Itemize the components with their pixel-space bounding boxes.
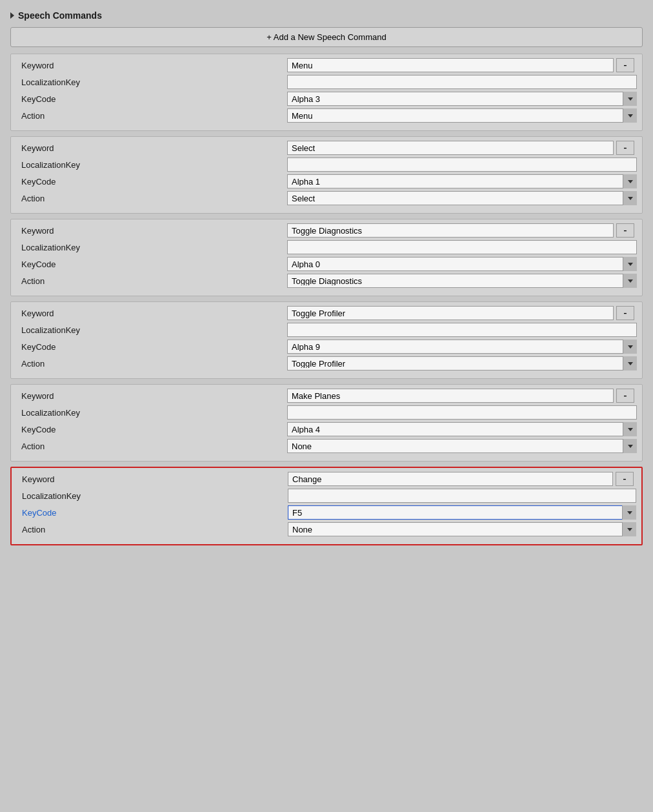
keyword-wrapper-4: -: [287, 306, 637, 320]
keycode-dropdown-container-5: Alpha 4: [287, 422, 637, 436]
action-dropdown-container-4: Toggle Profiler: [287, 356, 637, 370]
keycode-select-wrapper-4: Alpha 9: [287, 340, 637, 354]
action-row-4: ActionToggle Profiler: [16, 356, 637, 370]
action-label-3: Action: [16, 276, 287, 286]
action-select-3[interactable]: Toggle Diagnostics: [287, 274, 637, 288]
keyword-input-3[interactable]: [287, 223, 614, 238]
action-select-wrapper-3: Toggle Diagnostics: [287, 274, 637, 288]
keyword-value-1: -: [287, 58, 637, 72]
keyword-label-2: Keyword: [16, 143, 287, 153]
remove-command-button-1[interactable]: -: [616, 58, 634, 72]
keyword-wrapper-5: -: [287, 389, 637, 403]
localization-key-value-2: [287, 157, 637, 172]
keycode-label-2: KeyCode: [16, 177, 287, 187]
action-dropdown-container-3: Toggle Diagnostics: [287, 274, 637, 288]
localization-key-input-3[interactable]: [287, 240, 637, 254]
keycode-select-wrapper-2: Alpha 1: [287, 174, 637, 188]
keyword-input-6[interactable]: [288, 472, 613, 486]
keyword-value-2: -: [287, 141, 637, 155]
action-row-5: ActionNone: [16, 439, 637, 453]
remove-command-button-6[interactable]: -: [616, 472, 634, 486]
keyword-row-4: Keyword-: [16, 306, 637, 320]
keyword-row-2: Keyword-: [16, 141, 637, 155]
keyword-input-5[interactable]: [287, 389, 614, 403]
localization-key-value-6: [288, 489, 636, 503]
action-row-2: ActionSelect: [16, 191, 637, 205]
action-row-1: ActionMenu: [16, 108, 637, 123]
command-block-1: Keyword-LocalizationKeyKeyCodeAlpha 3Act…: [10, 54, 643, 131]
action-label-5: Action: [16, 442, 287, 451]
keycode-row-2: KeyCodeAlpha 1: [16, 174, 637, 188]
keycode-row-3: KeyCodeAlpha 0: [16, 257, 637, 271]
action-select-2[interactable]: Select: [287, 191, 637, 205]
action-dropdown-container-1: Menu: [287, 108, 637, 123]
localization-key-input-1[interactable]: [287, 75, 637, 89]
collapse-triangle[interactable]: [10, 12, 14, 19]
remove-command-button-4[interactable]: -: [616, 306, 634, 320]
action-label-6: Action: [17, 525, 288, 534]
keyword-value-3: -: [287, 223, 637, 238]
localization-key-label-2: LocalizationKey: [16, 160, 287, 170]
localization-key-input-2[interactable]: [287, 157, 637, 172]
keyword-value-5: -: [287, 389, 637, 403]
remove-command-button-5[interactable]: -: [616, 389, 634, 403]
keyword-input-4[interactable]: [287, 306, 614, 320]
action-select-wrapper-6: None: [288, 522, 636, 536]
keycode-label-3: KeyCode: [16, 259, 287, 269]
localization-key-value-5: [287, 405, 637, 420]
keycode-select-5[interactable]: Alpha 4: [287, 422, 637, 436]
action-row-6: ActionNone: [17, 522, 636, 536]
keycode-dropdown-container-4: Alpha 9: [287, 340, 637, 354]
action-select-5[interactable]: None: [287, 439, 637, 453]
keycode-select-wrapper-5: Alpha 4: [287, 422, 637, 436]
keycode-row-5: KeyCodeAlpha 4: [16, 422, 637, 436]
localization-key-input-6[interactable]: [288, 489, 636, 503]
action-select-wrapper-4: Toggle Profiler: [287, 356, 637, 370]
localization-key-value-4: [287, 323, 637, 337]
localization-key-label-1: LocalizationKey: [16, 77, 287, 87]
command-block-5: Keyword-LocalizationKeyKeyCodeAlpha 4Act…: [10, 384, 643, 462]
localization-key-row-5: LocalizationKey: [16, 405, 637, 420]
action-select-4[interactable]: Toggle Profiler: [287, 356, 637, 370]
keyword-input-1[interactable]: [287, 58, 614, 72]
action-dropdown-container-2: Select: [287, 191, 637, 205]
action-dropdown-container-6: None: [288, 522, 636, 536]
keyword-wrapper-1: -: [287, 58, 637, 72]
keycode-select-2[interactable]: Alpha 1: [287, 174, 637, 188]
localization-key-label-6: LocalizationKey: [17, 491, 288, 501]
keycode-select-wrapper-6: F5: [288, 505, 636, 520]
action-label-1: Action: [16, 111, 287, 121]
keyword-label-5: Keyword: [16, 391, 287, 401]
action-select-wrapper-2: Select: [287, 191, 637, 205]
action-select-6[interactable]: None: [288, 522, 636, 536]
keycode-select-wrapper-1: Alpha 3: [287, 92, 637, 106]
remove-command-button-3[interactable]: -: [616, 223, 634, 238]
action-dropdown-container-5: None: [287, 439, 637, 453]
keyword-row-3: Keyword-: [16, 223, 637, 238]
keyword-input-2[interactable]: [287, 141, 614, 155]
keycode-label-6: KeyCode: [17, 508, 288, 518]
localization-key-input-4[interactable]: [287, 323, 637, 337]
keyword-label-6: Keyword: [17, 474, 288, 484]
keycode-select-3[interactable]: Alpha 0: [287, 257, 637, 271]
add-speech-command-button[interactable]: + Add a New Speech Command: [10, 27, 643, 47]
localization-key-input-5[interactable]: [287, 405, 637, 420]
keycode-select-4[interactable]: Alpha 9: [287, 340, 637, 354]
action-row-3: ActionToggle Diagnostics: [16, 274, 637, 288]
command-block-4: Keyword-LocalizationKeyKeyCodeAlpha 9Act…: [10, 301, 643, 379]
localization-key-value-1: [287, 75, 637, 89]
action-select-wrapper-5: None: [287, 439, 637, 453]
localization-key-row-4: LocalizationKey: [16, 323, 637, 337]
action-select-1[interactable]: Menu: [287, 108, 637, 123]
keycode-dropdown-container-1: Alpha 3: [287, 92, 637, 106]
keycode-select-1[interactable]: Alpha 3: [287, 92, 637, 106]
keyword-row-1: Keyword-: [16, 58, 637, 72]
command-block-2: Keyword-LocalizationKeyKeyCodeAlpha 1Act…: [10, 136, 643, 214]
remove-command-button-2[interactable]: -: [616, 141, 634, 155]
command-block-3: Keyword-LocalizationKeyKeyCodeAlpha 0Act…: [10, 219, 643, 296]
keycode-select-6[interactable]: F5: [288, 505, 636, 520]
keyword-label-3: Keyword: [16, 226, 287, 236]
section-title: Speech Commands: [18, 10, 102, 21]
keycode-row-6: KeyCodeF5: [17, 505, 636, 520]
action-label-4: Action: [16, 359, 287, 369]
